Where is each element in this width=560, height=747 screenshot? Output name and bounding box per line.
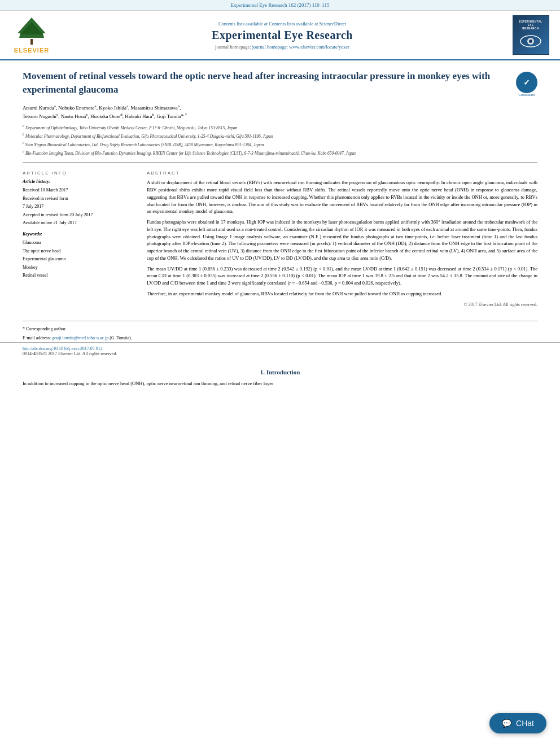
email-link[interactable]: gouji.tomita@med.toho-u.ac.jp xyxy=(52,335,108,340)
chat-button[interactable]: 💬 CHat xyxy=(489,713,546,733)
abstract-para-4: Therefore, in an experimental monkey mod… xyxy=(147,290,537,298)
journal-citation: Experimental Eye Research 162 (2017) 110… xyxy=(0,0,560,11)
footer-info: http://dx.doi.org/10.1016/j.exer.2017.07… xyxy=(0,342,560,360)
elsevier-logo: ELSEVIER xyxy=(9,16,54,54)
journal-logo: EXPERIMENTALEYERESEARCH xyxy=(510,15,551,55)
journal-title: Experimental Eye Research xyxy=(54,29,510,42)
authors-list: Atsumi Kurodaa, Nobuko Enomotoa, Kyoko I… xyxy=(23,103,537,121)
article-title: Movement of retinal vessels toward the o… xyxy=(23,69,537,97)
journal-homepage[interactable]: journal homepage: journal homepage: www.… xyxy=(54,44,510,50)
footnotes-section: * Corresponding author. E-mail address: … xyxy=(0,326,560,343)
abstract-heading: ABSTRACT xyxy=(147,171,537,176)
science-direct-label: Contents lists available at Contents lis… xyxy=(54,21,510,27)
affiliations: a Department of Ophthalmology, Toho Univ… xyxy=(23,124,537,156)
section-divider-1 xyxy=(23,162,537,163)
article-body: ✓ CrossMark Movement of retinal vessels … xyxy=(0,60,560,316)
keywords: Glaucoma The optic nerve head Experiment… xyxy=(23,239,135,279)
crossmark-badge[interactable]: ✓ CrossMark xyxy=(516,72,537,97)
svg-text:✓: ✓ xyxy=(523,78,530,87)
footer-divider xyxy=(23,321,537,321)
article-info-abstract: ARTICLE INFO Article history: Received 1… xyxy=(23,168,537,307)
article-info-heading: ARTICLE INFO xyxy=(23,171,135,176)
abstract-para-1: A shift or displacement of the retinal b… xyxy=(147,179,537,215)
email-address: E-mail address: gouji.tomita@med.toho-u.… xyxy=(23,335,537,342)
introduction-section: 1. Introduction In addition to increased… xyxy=(0,360,560,387)
copyright-notice: © 2017 Elsevier Ltd. All rights reserved… xyxy=(147,302,537,307)
svg-point-5 xyxy=(529,40,532,43)
elsevier-brand-name: ELSEVIER xyxy=(14,47,49,54)
abstract-para-2: Fundus photographs were obtained in 17 m… xyxy=(147,219,537,262)
article-dates: Received 10 March 2017 Received in revis… xyxy=(23,186,135,227)
issn-copyright: 0014-4835/© 2017 Elsevier Ltd. All right… xyxy=(23,351,537,356)
abstract-column: ABSTRACT A shift or displacement of the … xyxy=(147,168,537,307)
keywords-label: Keywords: xyxy=(23,231,135,237)
journal-header: ELSEVIER Contents lists available at Con… xyxy=(0,11,560,60)
abstract-text: A shift or displacement of the retinal b… xyxy=(147,179,537,297)
chat-icon: 💬 xyxy=(502,719,511,728)
chat-label: CHat xyxy=(516,719,534,728)
doi-link[interactable]: http://dx.doi.org/10.1016/j.exer.2017.07… xyxy=(23,346,537,351)
history-label: Article history: xyxy=(23,179,135,184)
journal-center-info: Contents lists available at Contents lis… xyxy=(54,21,510,50)
intro-text: In addition to increased cupping in the … xyxy=(23,380,537,387)
abstract-para-3: The mean UV/DD at time 1 (0.656 ± 0.233)… xyxy=(147,265,537,287)
svg-rect-0 xyxy=(30,39,33,45)
science-direct-link[interactable]: Contents lists available at ScienceDirec… xyxy=(269,21,346,27)
article-info-column: ARTICLE INFO Article history: Received 1… xyxy=(23,168,135,307)
intro-section-title: 1. Introduction xyxy=(23,369,537,375)
corresponding-author: * Corresponding author. xyxy=(23,326,537,333)
